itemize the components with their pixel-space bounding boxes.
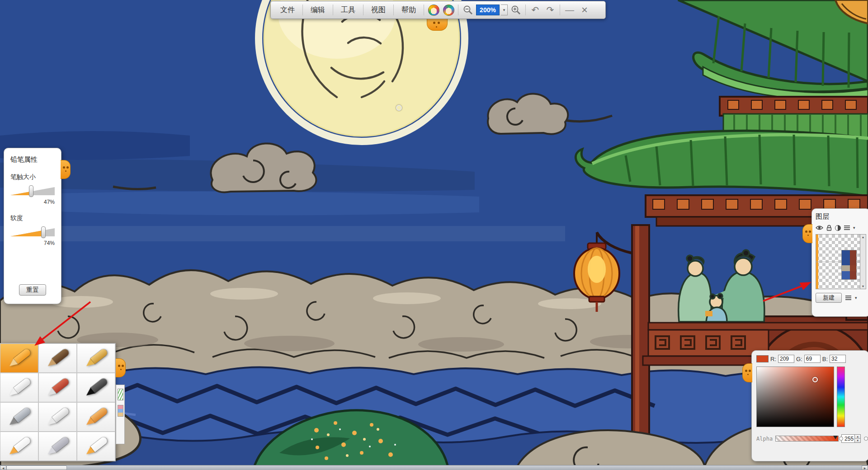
brush-charcoal-pencil[interactable] bbox=[38, 343, 77, 373]
brush-airbrush[interactable] bbox=[0, 402, 38, 432]
picker-toggle-icon[interactable] bbox=[864, 437, 868, 441]
alpha-label: Alpha bbox=[756, 436, 773, 442]
blend-contrast-icon[interactable] bbox=[835, 225, 841, 231]
toolbar-drag-handle[interactable] bbox=[427, 19, 448, 31]
red-input[interactable]: 209 bbox=[778, 355, 794, 363]
panel-title: 铅笔属性 bbox=[10, 155, 55, 164]
slider-thumb[interactable] bbox=[41, 226, 46, 238]
softness-label: 软度 bbox=[10, 214, 55, 222]
brush-chalk[interactable] bbox=[0, 373, 38, 402]
brush-eraser[interactable] bbox=[77, 432, 115, 461]
brush-palette-knife[interactable] bbox=[38, 373, 77, 402]
red-label: R: bbox=[770, 356, 776, 362]
toolbar-divider bbox=[333, 5, 333, 15]
blue-label: B: bbox=[822, 356, 828, 362]
slider-thumb[interactable] bbox=[29, 185, 33, 197]
panel-drag-handle[interactable] bbox=[61, 160, 71, 179]
undo-icon: ↶ bbox=[532, 5, 539, 14]
layer-menu-icon[interactable] bbox=[844, 226, 850, 230]
mascot-icon-2[interactable] bbox=[442, 3, 455, 17]
reset-button[interactable]: 重置 bbox=[19, 284, 46, 296]
undo-button[interactable]: ↶ bbox=[528, 3, 542, 17]
brush-wax-crayon[interactable] bbox=[77, 402, 115, 432]
sv-gradient[interactable] bbox=[756, 367, 834, 427]
layers-scrollbar[interactable]: ▲ ▼ bbox=[860, 235, 866, 289]
scroll-up-icon[interactable]: ▲ bbox=[862, 235, 865, 239]
zoom-level-value[interactable]: 200% bbox=[476, 5, 500, 15]
menu-help[interactable]: 帮助 bbox=[396, 3, 421, 17]
brush-pencil[interactable] bbox=[0, 343, 38, 373]
brush-marker[interactable] bbox=[0, 432, 38, 461]
zoom-dropdown-button[interactable]: ▾ bbox=[501, 5, 508, 15]
softness-slider[interactable] bbox=[10, 226, 55, 239]
palette-page-thumb-1[interactable] bbox=[118, 389, 123, 400]
menu-tools[interactable]: 工具 bbox=[336, 3, 360, 17]
hue-strip[interactable] bbox=[837, 367, 845, 427]
brush-graphite[interactable] bbox=[38, 432, 77, 461]
palette-side-strip bbox=[116, 385, 125, 444]
minimize-icon: — bbox=[565, 5, 574, 14]
chevron-down-icon[interactable]: ▾ bbox=[853, 226, 855, 230]
brush-size-slider[interactable] bbox=[10, 185, 55, 197]
panel-drag-handle[interactable] bbox=[802, 224, 812, 243]
zoom-in-button[interactable] bbox=[509, 3, 523, 17]
zoom-out-button[interactable] bbox=[461, 3, 475, 17]
color-panel: R: 209 G: 69 B: 32 Alpha 255 ▲ ▼ bbox=[751, 350, 868, 461]
chevron-down-icon[interactable]: ▾ bbox=[855, 296, 857, 300]
new-layer-button[interactable]: 新建 bbox=[816, 293, 842, 303]
layer-list[interactable]: ▲ ▼ bbox=[816, 234, 866, 289]
palette-page-thumb-2[interactable] bbox=[118, 405, 123, 417]
slider-fill bbox=[10, 187, 31, 195]
mascot-icon-1[interactable] bbox=[427, 3, 440, 17]
alpha-marker[interactable] bbox=[833, 436, 838, 439]
scroll-left-icon[interactable]: ◀ bbox=[0, 465, 6, 470]
scrollbar-thumb[interactable] bbox=[6, 465, 67, 470]
painting-canvas[interactable] bbox=[0, 0, 868, 470]
layer-thumbnail[interactable] bbox=[841, 250, 857, 280]
brush-size-label: 笔触大小 bbox=[10, 173, 55, 181]
spin-down-icon[interactable]: ▼ bbox=[855, 439, 860, 442]
toolbar-divider bbox=[560, 5, 560, 15]
sv-cursor[interactable] bbox=[812, 377, 818, 382]
spin-up-icon[interactable]: ▲ bbox=[855, 435, 860, 439]
brush-crayon-gold[interactable] bbox=[77, 343, 115, 373]
slider-track bbox=[10, 228, 55, 236]
blue-input[interactable]: 32 bbox=[830, 355, 846, 363]
redo-button[interactable]: ↷ bbox=[543, 3, 557, 17]
horizontal-scrollbar[interactable]: ◀ ▶ bbox=[0, 465, 868, 470]
magnifier-plus-icon bbox=[511, 5, 521, 15]
panel-drag-handle[interactable] bbox=[116, 358, 126, 377]
lock-icon[interactable] bbox=[826, 225, 832, 231]
brush-grid bbox=[0, 343, 116, 461]
redo-icon: ↷ bbox=[547, 5, 554, 14]
brush-cursor bbox=[396, 105, 402, 111]
layer-options-icon[interactable] bbox=[845, 296, 851, 300]
brush-palette bbox=[0, 343, 116, 461]
brush-ink-brush[interactable] bbox=[77, 373, 115, 402]
current-color-swatch[interactable] bbox=[756, 355, 769, 362]
pencil-properties-panel: 铅笔属性 笔触大小 47% 软度 74% 重置 bbox=[4, 148, 61, 304]
alpha-spinner[interactable]: ▲ ▼ bbox=[855, 434, 861, 443]
toolbar-divider bbox=[393, 5, 394, 15]
picker-toggle-icon[interactable] bbox=[839, 437, 843, 441]
alpha-bar[interactable] bbox=[775, 436, 839, 442]
scroll-down-icon[interactable]: ▼ bbox=[862, 285, 865, 288]
alpha-value-input[interactable]: 255 bbox=[841, 434, 855, 443]
menu-file[interactable]: 文件 bbox=[275, 3, 300, 17]
menu-view[interactable]: 视图 bbox=[366, 3, 391, 17]
close-icon: × bbox=[581, 5, 588, 15]
toolbar-divider bbox=[363, 5, 363, 15]
toolbar-divider bbox=[424, 5, 424, 15]
close-button[interactable]: × bbox=[578, 3, 591, 17]
panel-drag-handle[interactable] bbox=[742, 363, 752, 382]
menu-edit[interactable]: 编辑 bbox=[306, 3, 330, 17]
main-toolbar: 文件 编辑 工具 视图 帮助 200% ▾ ↶ ↷ — × bbox=[270, 1, 606, 19]
visibility-eye-icon[interactable] bbox=[816, 225, 823, 230]
scroll-right-icon[interactable]: ▶ bbox=[862, 465, 868, 470]
minimize-button[interactable]: — bbox=[563, 3, 576, 17]
canvas-area[interactable] bbox=[0, 0, 868, 470]
softness-value: 74% bbox=[10, 240, 55, 246]
magnifier-minus-icon bbox=[463, 5, 473, 15]
brush-flat-brush[interactable] bbox=[38, 402, 77, 432]
green-input[interactable]: 69 bbox=[804, 355, 821, 363]
